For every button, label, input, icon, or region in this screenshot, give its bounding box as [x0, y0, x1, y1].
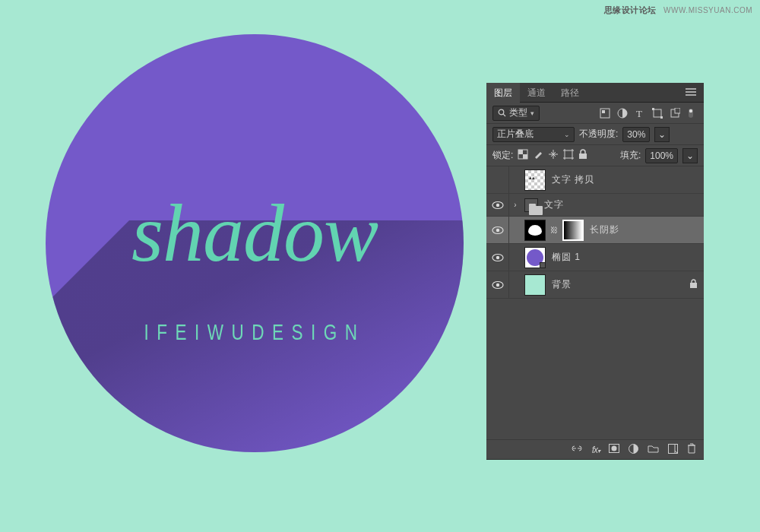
svg-point-23	[496, 255, 499, 258]
eye-icon	[492, 201, 504, 210]
layer-thumbnail[interactable]	[524, 220, 546, 241]
svg-point-0	[499, 109, 504, 115]
layer-row[interactable]: › 文字	[486, 194, 704, 217]
layer-row[interactable]: 椭圆 1	[486, 244, 704, 271]
svg-rect-10	[675, 108, 680, 113]
opacity-scrub-icon[interactable]: ⌄	[654, 127, 670, 142]
layer-filter-kind[interactable]: 类型 ▾	[492, 106, 540, 121]
search-icon	[498, 109, 506, 117]
chevron-down-icon: ▾	[530, 109, 534, 117]
visibility-toggle[interactable]	[486, 271, 509, 298]
svg-rect-15	[523, 154, 527, 159]
fill-label: 填充:	[620, 149, 641, 162]
svg-rect-14	[518, 150, 523, 154]
lock-label: 锁定:	[492, 149, 513, 162]
lock-position-icon[interactable]	[548, 149, 559, 162]
filter-toggle-icon[interactable]	[687, 108, 698, 119]
svg-rect-17	[579, 154, 587, 159]
watermark-url: WWW.MISSYUAN.COM	[663, 6, 752, 14]
svg-point-19	[496, 203, 499, 206]
lock-row: 锁定: 填充: 100% ⌄	[486, 145, 704, 166]
visibility-toggle[interactable]	[486, 217, 509, 243]
svg-rect-16	[565, 150, 572, 158]
lock-icon	[689, 279, 698, 291]
filter-row: 类型 ▾ T	[486, 103, 704, 124]
svg-rect-7	[652, 108, 654, 110]
svg-point-25	[496, 283, 499, 286]
layer-thumbnail[interactable]: ▴▴	[524, 169, 546, 191]
svg-rect-8	[660, 116, 663, 119]
link-icon[interactable]: ⛓	[549, 226, 559, 234]
folder-icon[interactable]	[524, 198, 538, 212]
blend-mode-value: 正片叠底	[497, 128, 534, 141]
tab-paths[interactable]: 路径	[553, 83, 587, 103]
visibility-toggle[interactable]	[486, 166, 509, 193]
new-adjustment-icon[interactable]	[629, 444, 638, 456]
canvas-artwork: shadow IFEIWUDESIGN	[46, 34, 464, 452]
fill-value: 100%	[650, 150, 673, 161]
link-layers-icon[interactable]	[571, 444, 583, 455]
layer-row[interactable]: ⛓ 长阴影	[486, 217, 704, 244]
eye-icon	[492, 280, 504, 290]
layer-name[interactable]: 文字	[544, 198, 564, 211]
artwork-subtitle: IFEIWUDESIGN	[98, 319, 412, 345]
blend-mode-select[interactable]: 正片叠底 ⌄	[492, 127, 575, 142]
new-layer-icon[interactable]	[668, 444, 678, 456]
layer-thumbnail[interactable]	[524, 274, 546, 296]
opacity-value: 30%	[627, 129, 645, 140]
svg-rect-6	[654, 109, 661, 117]
opacity-input[interactable]: 30%	[622, 127, 650, 142]
layer-expand[interactable]: ›	[509, 201, 521, 209]
eye-icon	[492, 226, 504, 235]
lock-artboard-icon[interactable]	[563, 149, 574, 162]
new-group-icon[interactable]	[648, 444, 659, 455]
artwork-main-word: shadow	[46, 186, 464, 280]
visibility-toggle[interactable]	[486, 244, 509, 271]
svg-point-12	[689, 109, 692, 112]
visibility-toggle[interactable]	[486, 194, 509, 216]
filter-smartobject-icon[interactable]	[670, 108, 680, 119]
mask-thumbnail[interactable]	[562, 220, 584, 241]
eye-icon	[492, 253, 504, 262]
watermark-forum: 思缘设计论坛	[604, 5, 657, 14]
layer-row[interactable]: 背景	[486, 271, 704, 299]
lock-paint-icon[interactable]	[533, 149, 543, 162]
svg-point-28	[612, 446, 617, 451]
tab-layers[interactable]: 图层	[486, 83, 520, 103]
filter-kind-label: 类型	[509, 106, 527, 119]
filter-icon-strip: T	[600, 108, 698, 119]
layer-name[interactable]: 长阴影	[590, 223, 619, 236]
tab-channels[interactable]: 通道	[520, 83, 553, 103]
filter-adjustment-icon[interactable]	[617, 108, 628, 119]
lock-all-icon[interactable]	[578, 149, 587, 162]
lock-transparency-icon[interactable]	[518, 149, 528, 162]
chevron-down-icon: ⌄	[564, 131, 570, 138]
fill-input[interactable]: 100%	[645, 148, 678, 163]
blend-row: 正片叠底 ⌄ 不透明度: 30% ⌄	[486, 124, 704, 145]
layer-thumbnail[interactable]	[524, 247, 546, 268]
filter-pixel-icon[interactable]	[600, 108, 610, 119]
panel-tab-bar: 图层 通道 路径	[486, 83, 704, 103]
opacity-label: 不透明度:	[579, 128, 618, 141]
layer-name[interactable]: 文字 拷贝	[552, 173, 594, 186]
layer-fx-icon[interactable]: fx▾	[592, 445, 600, 455]
svg-text:T: T	[636, 108, 642, 119]
panel-footer: fx▾	[486, 439, 704, 459]
filter-shape-icon[interactable]	[652, 108, 663, 119]
layer-row[interactable]: ▴▴ 文字 拷贝	[486, 166, 704, 194]
svg-rect-3	[602, 110, 605, 113]
layer-name[interactable]: 背景	[552, 278, 572, 291]
fill-scrub-icon[interactable]: ⌄	[682, 148, 698, 163]
layers-panel: 图层 通道 路径 类型 ▾ T 正片叠底 ⌄ 不透明度: 30%	[486, 83, 704, 459]
watermark: 思缘设计论坛 WWW.MISSYUAN.COM	[604, 5, 752, 16]
svg-line-1	[503, 114, 505, 116]
delete-layer-icon[interactable]	[687, 443, 696, 456]
layer-list: ▴▴ 文字 拷贝 › 文字 ⛓ 长阴影	[486, 166, 704, 299]
panel-menu-icon[interactable]	[678, 87, 704, 98]
add-mask-icon[interactable]	[609, 444, 619, 455]
svg-point-21	[496, 228, 499, 231]
layer-name[interactable]: 椭圆 1	[552, 251, 581, 264]
svg-rect-26	[690, 283, 697, 288]
filter-type-icon[interactable]: T	[635, 108, 645, 119]
